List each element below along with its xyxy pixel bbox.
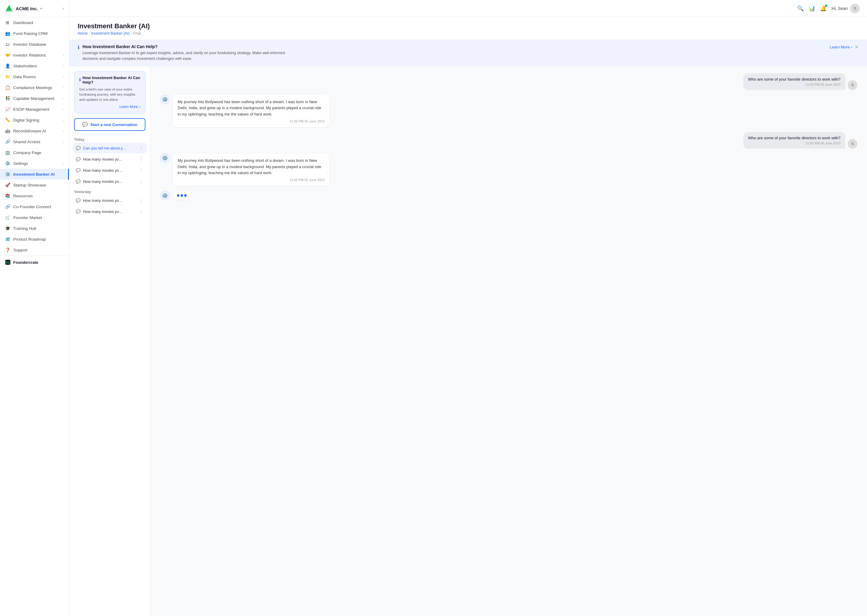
nav-item-left-company-page: 🏢 Company Page [5, 150, 41, 155]
sidebar-item-settings[interactable]: ⚙️ Settings › [0, 158, 69, 169]
sidebar-item-captable-management[interactable]: 👫 Captable Management › [0, 93, 69, 104]
nav-label-investor-relations: Investor Relations [13, 53, 46, 57]
sidebar-item-startup-showcase[interactable]: 🚀 Startup Showcase [0, 179, 69, 190]
nav-icon-captable-management: 👫 [5, 96, 10, 101]
sidebar-item-investor-database[interactable]: 🗂 Investor Database [0, 39, 69, 50]
sidebar-item-compliance-meetings[interactable]: 📋 Compliance Meetings › [0, 82, 69, 93]
conv-item-left: 💬 How many movies yo... [76, 179, 139, 184]
nav-item-left-investor-relations: 🤝 Investor Relations [5, 52, 46, 58]
nav-chevron-settings: › [63, 162, 64, 165]
user-profile[interactable]: Hi, Sean S [831, 4, 860, 13]
breadcrumb-section[interactable]: Investment Banker (AI) [91, 31, 129, 36]
nav-icon-data-rooms: 📁 [5, 74, 10, 79]
sidebar-toggle-icon[interactable]: ‹ [63, 6, 64, 11]
sidebar-item-data-rooms[interactable]: 📁 Data Rooms › [0, 71, 69, 82]
user-message-bubble: Who are some of your favorite directors … [743, 73, 845, 90]
conv-today-item[interactable]: 💬 How many movies yo... ⋮ [73, 165, 147, 176]
sidebar-item-product-roadmap[interactable]: 🗺️ Product Roadmap [0, 234, 69, 245]
nav-icon-founder-market: 🛒 [5, 215, 10, 220]
sidebar-item-support[interactable]: ❓ Support [0, 245, 69, 255]
conv-item-text: How many movies yo... [83, 210, 139, 214]
nav-label-compliance-meetings: Compliance Meetings [13, 85, 52, 90]
conv-item-left: 💬 How many movies yo... [76, 209, 139, 214]
conv-yesterday-item[interactable]: 💬 How many movies yo... ⋮ [73, 206, 147, 217]
sidebar-item-investor-relations[interactable]: 🤝 Investor Relations › [0, 50, 69, 60]
nav-list: ⊞ Dashboard 👥 Fund Raising CRM 🗂 Investo… [0, 17, 69, 255]
conv-item-text: How many movies yo... [83, 179, 139, 184]
nav-item-left-esop-management: 📈 ESOP Management [5, 107, 49, 112]
nav-label-training-hub: Training Hub [13, 226, 36, 231]
nav-item-left-founder-market: 🛒 Founder Market [5, 215, 42, 220]
message-time: 11:55 PM 05 June 2023 [178, 178, 325, 182]
sidebar-item-fundraising-crm[interactable]: 👥 Fund Raising CRM [0, 28, 69, 39]
nav-icon-compliance-meetings: 📋 [5, 85, 10, 90]
conv-menu-icon[interactable]: ⋮ [139, 179, 143, 184]
nav-label-startup-showcase: Startup Showcase [13, 183, 46, 187]
nav-label-resources: Resources [13, 194, 33, 198]
conv-item-text: How many movies yo... [83, 157, 139, 162]
svg-text:FC: FC [6, 261, 10, 264]
nav-chevron-investor-relations: › [63, 53, 64, 57]
logo-area[interactable]: ACME Inc. ▾ [5, 4, 42, 13]
topbar: 🔍 📊 🔔 Hi, Sean S [69, 0, 867, 17]
ai-message-text: My journey into Bollywood has been nothi… [178, 158, 325, 176]
conv-menu-icon[interactable]: ⋮ [139, 168, 143, 173]
user-message-bubble: Who are some of your favorite directors … [743, 132, 845, 149]
ai-message-bubble: My journey into Bollywood has been nothi… [173, 153, 329, 186]
sidebar-item-digital-signing[interactable]: ✏️ Digital Signing › [0, 115, 69, 126]
conv-item-left: 💬 Can you tell me about y... [76, 146, 139, 150]
sidebar-item-training-hub[interactable]: 🎓 Training Hub [0, 223, 69, 234]
info-bar-text-block: How Investment Banker AI Can Help? Lever… [82, 44, 293, 62]
new-conversation-button[interactable]: 💬 Start a new Conversation [74, 118, 145, 131]
banner-learn-more[interactable]: Learn More › [79, 105, 140, 109]
breadcrumb-home[interactable]: Home [78, 31, 88, 36]
sidebar-item-company-page[interactable]: 🏢 Company Page [0, 147, 69, 158]
conv-menu-icon[interactable]: ⋮ [139, 156, 143, 162]
sidebar-item-founder-market[interactable]: 🛒 Founder Market [0, 212, 69, 223]
message-time: 11:55 PM 05 June 2023 [748, 83, 840, 86]
notification-bell[interactable]: 🔔 [820, 5, 827, 12]
top-info-bar: ℹ How Investment Banker AI Can Help? Lev… [69, 40, 867, 66]
nav-icon-co-founder-connect: 🔗 [5, 204, 10, 209]
sidebar-item-resources[interactable]: 📚 Resources [0, 190, 69, 201]
avatar: S [850, 4, 860, 13]
message-time: 11:55 PM 05 June 2023 [748, 141, 840, 145]
conv-today-item[interactable]: 💬 How many movies yo... ⋮ [73, 154, 147, 165]
conv-item-left: 💬 How many movies yo... [76, 168, 139, 173]
sidebar-item-dashboard[interactable]: ⊞ Dashboard [0, 17, 69, 28]
nav-chevron-compliance-meetings: › [63, 86, 64, 90]
nav-item-left-stakeholders: 👤 Stakeholders [5, 63, 37, 69]
nav-chevron-digital-signing: › [63, 118, 64, 122]
conv-today-item[interactable]: 💬 Can you tell me about y... ⋮ [73, 143, 147, 153]
nav-label-settings: Settings [13, 161, 28, 166]
conv-menu-icon[interactable]: ⋮ [139, 145, 143, 151]
nav-item-left-shared-access: 🔗 Shared Access [5, 139, 40, 145]
left-panel: ℹ How Investment Banker AI Can Help? Get… [69, 66, 151, 616]
info-bar-learn-more[interactable]: Learn More › [830, 45, 852, 49]
conv-item-left: 💬 How many movies yo... [76, 198, 139, 203]
nav-item-left-training-hub: 🎓 Training Hub [5, 226, 36, 231]
sidebar-item-stakeholders[interactable]: 👤 Stakeholders › [0, 60, 69, 71]
sidebar-item-co-founder-connect[interactable]: 🔗 Co-Founder Connect [0, 201, 69, 212]
sidebar-item-shared-access[interactable]: 🔗 Shared Access › [0, 136, 69, 147]
analytics-icon[interactable]: 📊 [809, 5, 815, 12]
nav-icon-stakeholders: 👤 [5, 63, 10, 69]
conv-today-item[interactable]: 💬 How many movies yo... ⋮ [73, 176, 147, 187]
banner-info-icon: ℹ [79, 78, 81, 82]
search-icon[interactable]: 🔍 [797, 5, 804, 12]
nav-chevron-recordskeeper-ai: › [63, 129, 64, 133]
nav-item-left-product-roadmap: 🗺️ Product Roadmap [5, 236, 46, 242]
nav-icon-support: ❓ [5, 247, 10, 253]
conv-menu-icon[interactable]: ⋮ [139, 198, 143, 203]
nav-item-left-resources: 📚 Resources [5, 193, 33, 198]
sidebar-item-investment-banker-ai[interactable]: ⚙️ Investment Banker AI [0, 169, 69, 179]
sidebar-item-recordskeeper-ai[interactable]: 🤖 RecordsKeeper AI › [0, 126, 69, 136]
conv-menu-icon[interactable]: ⋮ [139, 209, 143, 214]
info-bar-title: How Investment Banker AI Can Help? [82, 44, 293, 49]
conv-yesterday-item[interactable]: 💬 How many movies yo... ⋮ [73, 195, 147, 206]
footer-logo-icon: FC [5, 259, 11, 265]
sidebar-item-esop-management[interactable]: 📈 ESOP Management › [0, 104, 69, 115]
info-bar-close-icon[interactable]: ✕ [854, 44, 859, 50]
nav-label-recordskeeper-ai: RecordsKeeper AI [13, 129, 46, 133]
nav-label-founder-market: Founder Market [13, 215, 42, 220]
